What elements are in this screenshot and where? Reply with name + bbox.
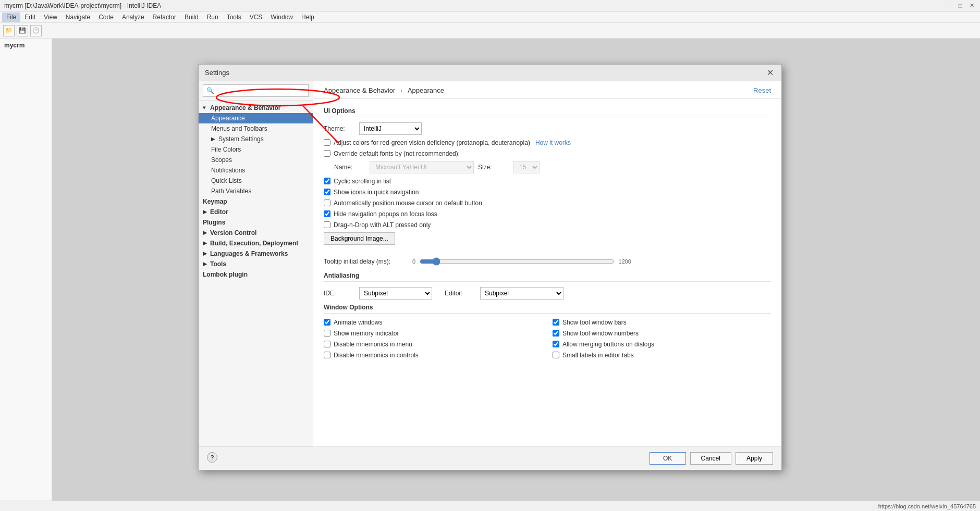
menu-build[interactable]: Build xyxy=(180,13,203,22)
sidebar-item-notifications[interactable]: Notifications xyxy=(199,165,313,176)
dialog-close-button[interactable]: ✕ xyxy=(765,67,775,78)
tooltip-slider[interactable] xyxy=(420,257,614,266)
window-options-grid: Animate windows Show memory indicator Di… xyxy=(324,319,771,363)
disable-mnemonics-menu-checkbox[interactable] xyxy=(324,341,330,347)
toolbar-recent-btn[interactable]: 🕐 xyxy=(30,25,42,36)
menu-file[interactable]: File xyxy=(2,13,20,22)
expand-arrow-icon: ▶ xyxy=(203,240,208,246)
sidebar-item-quick-lists[interactable]: Quick Lists xyxy=(199,176,313,186)
font-name-select[interactable]: Microsoft YaHei UI xyxy=(370,161,474,173)
menu-code[interactable]: Code xyxy=(94,13,118,22)
project-label: mycrm xyxy=(2,41,50,50)
show-memory-row: Show memory indicator xyxy=(324,330,542,337)
menu-run[interactable]: Run xyxy=(203,13,223,22)
sidebar-item-plugins[interactable]: Plugins xyxy=(199,217,313,228)
maximize-button[interactable]: □ xyxy=(956,2,964,10)
tooltip-label: Tooltip initial delay (ms): xyxy=(324,258,407,265)
expand-arrow-icon: ▶ xyxy=(211,136,216,142)
font-size-select[interactable]: 15 xyxy=(513,161,540,173)
sidebar-item-version-control[interactable]: ▶ Version Control xyxy=(199,228,313,238)
content-header: Appearance & Behavior › Appearance Reset xyxy=(313,81,781,99)
sidebar-item-path-variables[interactable]: Path Variables xyxy=(199,186,313,196)
tooltip-min-label: 0 xyxy=(412,258,415,265)
show-memory-checkbox[interactable] xyxy=(324,330,330,336)
menu-view[interactable]: View xyxy=(40,13,62,22)
sidebar-item-appearance[interactable]: Appearance xyxy=(199,113,313,123)
breadcrumb-separator: › xyxy=(400,86,405,94)
menu-edit[interactable]: Edit xyxy=(20,13,40,22)
sidebar-item-system-settings[interactable]: ▶ System Settings xyxy=(199,134,313,144)
drag-n-drop-checkbox[interactable] xyxy=(324,221,330,228)
theme-label: Theme: xyxy=(324,125,355,132)
apply-button[interactable]: Apply xyxy=(736,452,773,465)
menu-window[interactable]: Window xyxy=(266,13,297,22)
menu-vcs[interactable]: VCS xyxy=(246,13,267,22)
settings-sidebar: ▾ Appearance & Behavior Appearance Menus… xyxy=(199,81,313,446)
show-icons-row: Show icons in quick navigation xyxy=(324,189,771,196)
adjust-colors-row: Adjust colors for red-green vision defic… xyxy=(324,139,771,146)
sidebar-item-build-execution[interactable]: ▶ Build, Execution, Deployment xyxy=(199,238,313,248)
sidebar-item-keymap[interactable]: Keymap xyxy=(199,196,313,207)
allow-merging-checkbox[interactable] xyxy=(553,341,559,347)
menu-navigate[interactable]: Navigate xyxy=(62,13,94,22)
sidebar-item-tools[interactable]: ▶ Tools xyxy=(199,259,313,269)
show-icons-label: Show icons in quick navigation xyxy=(334,189,419,196)
sidebar-item-label: System Settings xyxy=(218,135,264,143)
cancel-button[interactable]: Cancel xyxy=(690,452,731,465)
auto-position-checkbox[interactable] xyxy=(324,200,330,206)
minimize-button[interactable]: ─ xyxy=(945,2,953,10)
tooltip-slider-container: 0 1200 xyxy=(412,257,631,266)
sidebar-item-label: Scopes xyxy=(211,156,232,164)
animate-windows-checkbox[interactable] xyxy=(324,319,330,326)
sidebar-item-label: Menus and Toolbars xyxy=(211,125,267,132)
auto-position-row: Automatically position mouse cursor on d… xyxy=(324,200,771,207)
auto-position-label: Automatically position mouse cursor on d… xyxy=(334,200,482,207)
adjust-colors-checkbox[interactable] xyxy=(324,139,330,146)
override-fonts-row: Override default fonts by (not recommend… xyxy=(324,150,771,157)
sidebar-item-appearance-behavior[interactable]: ▾ Appearance & Behavior xyxy=(199,103,313,113)
disable-mnemonics-controls-row: Disable mnemonics in controls xyxy=(324,352,542,359)
dialog-title: Settings xyxy=(205,69,229,77)
menu-tools[interactable]: Tools xyxy=(223,13,246,22)
menu-analyze[interactable]: Analyze xyxy=(118,13,149,22)
cyclic-scrolling-row: Cyclic scrolling in list xyxy=(324,178,771,185)
how-it-works-link[interactable]: How it works xyxy=(535,139,571,146)
override-fonts-checkbox[interactable] xyxy=(324,150,330,157)
sidebar-item-lombok-plugin[interactable]: Lombok plugin xyxy=(199,269,313,280)
toolbar-save-btn[interactable]: 💾 xyxy=(17,25,28,36)
theme-select[interactable]: IntelliJ Darcula High Contrast xyxy=(359,122,422,135)
footer-spacer xyxy=(222,452,645,465)
sidebar-item-editor[interactable]: ▶ Editor xyxy=(199,207,313,217)
small-labels-checkbox[interactable] xyxy=(553,352,559,358)
sidebar-item-scopes[interactable]: Scopes xyxy=(199,155,313,165)
show-tool-window-numbers-checkbox[interactable] xyxy=(553,330,559,336)
breadcrumb-parent: Appearance & Behavior xyxy=(324,86,395,94)
ide-aa-select[interactable]: Subpixel Greyscale No antialiasing xyxy=(359,287,432,300)
adjust-colors-label: Adjust colors for red-green vision defic… xyxy=(334,139,530,146)
background-image-button[interactable]: Background Image... xyxy=(324,232,395,245)
menu-help[interactable]: Help xyxy=(297,13,318,22)
editor-aa-select[interactable]: Subpixel Greyscale No antialiasing xyxy=(480,287,564,300)
sidebar-item-menus-toolbars[interactable]: Menus and Toolbars xyxy=(199,123,313,134)
status-url: https://blog.csdn.net/weixin_45764765 xyxy=(878,503,976,509)
sidebar-item-languages-frameworks[interactable]: ▶ Languages & Frameworks xyxy=(199,248,313,259)
expand-arrow-icon: ▶ xyxy=(203,261,208,267)
close-button[interactable]: ✕ xyxy=(967,2,976,10)
menu-refactor[interactable]: Refactor xyxy=(149,13,180,22)
ok-button[interactable]: OK xyxy=(650,452,686,465)
breadcrumb: Appearance & Behavior › Appearance xyxy=(324,86,444,94)
expand-arrow-icon: ▶ xyxy=(203,209,208,215)
reset-link[interactable]: Reset xyxy=(753,86,771,94)
sidebar-item-file-colors[interactable]: File Colors xyxy=(199,144,313,155)
hide-navigation-checkbox[interactable] xyxy=(324,210,330,217)
disable-mnemonics-controls-checkbox[interactable] xyxy=(324,352,330,358)
help-button[interactable]: ? xyxy=(207,452,217,463)
settings-search-input[interactable] xyxy=(203,84,309,97)
cyclic-scrolling-checkbox[interactable] xyxy=(324,178,330,184)
drag-n-drop-row: Drag-n-Drop with ALT pressed only xyxy=(324,221,771,229)
show-icons-checkbox[interactable] xyxy=(324,189,330,195)
toolbar-open-btn[interactable]: 📁 xyxy=(3,25,15,36)
show-tool-window-bars-checkbox[interactable] xyxy=(553,319,559,326)
settings-dialog: Settings ✕ ▾ Appearance & Behavior xyxy=(198,64,782,470)
expand-arrow-icon: ▶ xyxy=(203,251,208,256)
